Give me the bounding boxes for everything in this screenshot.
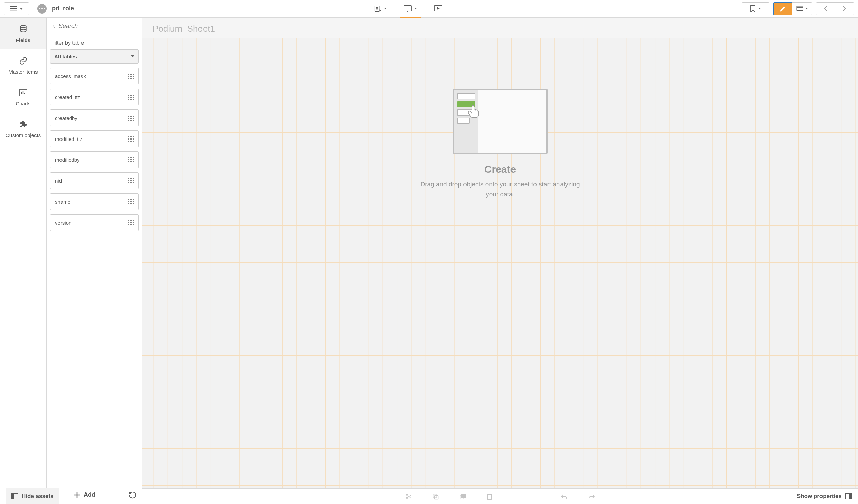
sheet-nav-dropdown[interactable] (792, 2, 812, 15)
drag-handle-icon (128, 115, 133, 120)
field-item[interactable]: sname (50, 193, 139, 210)
sheet-view-button[interactable] (404, 5, 417, 12)
table-filter-dropdown[interactable]: All tables (50, 49, 139, 64)
svg-rect-3 (797, 6, 803, 11)
copy-button[interactable] (432, 493, 439, 500)
database-icon (19, 24, 28, 34)
field-label: created_ttz (55, 94, 80, 100)
table-filter-value: All tables (54, 54, 77, 60)
svg-rect-16 (12, 493, 14, 499)
search-icon (51, 23, 55, 30)
copy-icon (432, 493, 439, 500)
rail-label: Custom objects (6, 132, 41, 138)
field-item[interactable]: modified_ttz (50, 130, 139, 147)
field-item[interactable]: createdby (50, 110, 139, 126)
rail-custom-objects[interactable]: Custom objects (0, 113, 46, 145)
svg-point-4 (20, 25, 26, 28)
edit-toolbar (142, 488, 858, 504)
bookmarks-button[interactable] (742, 2, 769, 15)
empty-sheet-placeholder: Create Drag and drop objects onto your s… (416, 88, 585, 199)
show-properties-label: Show properties (797, 493, 842, 500)
canvas-grid[interactable]: Create Drag and drop objects onto your s… (142, 38, 858, 488)
svg-rect-12 (434, 495, 438, 499)
link-icon (19, 56, 28, 66)
cut-button[interactable] (405, 493, 412, 500)
drag-handle-icon (128, 74, 133, 79)
rail-label: Master items (9, 69, 38, 75)
rail-label: Charts (16, 101, 30, 107)
refresh-fields-button[interactable] (123, 485, 142, 504)
app-logo-icon (37, 4, 47, 14)
svg-point-8 (52, 25, 54, 27)
field-label: createdby (55, 115, 77, 121)
svg-point-10 (406, 497, 408, 499)
top-toolbar: pd_role (0, 0, 858, 18)
field-item[interactable]: nid (50, 172, 139, 189)
global-menu-button[interactable] (4, 2, 29, 15)
field-label: modifiedby (55, 157, 80, 163)
drag-handle-icon (128, 178, 133, 183)
svg-rect-11 (433, 494, 437, 498)
drag-handle-icon (128, 220, 133, 225)
field-item[interactable]: created_ttz (50, 88, 139, 105)
add-label: Add (83, 491, 95, 498)
field-label: access_mask (55, 73, 86, 79)
field-list: access_maskcreated_ttzcreatedbymodified_… (47, 68, 142, 485)
field-label: nid (55, 178, 62, 184)
assets-search-input[interactable] (59, 23, 137, 30)
filter-by-table-label: Filter by table (47, 35, 142, 49)
next-sheet-button[interactable] (835, 2, 854, 15)
hide-assets-button[interactable]: Hide assets (6, 488, 59, 504)
bar-chart-icon (19, 88, 27, 97)
panel-right-icon (845, 493, 852, 499)
hand-pointer-icon (467, 105, 480, 118)
panel-left-icon (12, 493, 18, 499)
prev-sheet-button[interactable] (816, 2, 835, 15)
placeholder-title: Create (416, 163, 585, 175)
svg-rect-18 (849, 493, 852, 499)
rail-master-items[interactable]: Master items (0, 49, 46, 81)
paste-button[interactable] (459, 493, 466, 500)
rail-label: Fields (16, 37, 30, 43)
left-rail: Fields Master items Charts Custom object… (0, 18, 47, 504)
field-item[interactable]: access_mask (50, 68, 139, 84)
undo-icon (560, 493, 568, 500)
scissors-icon (405, 493, 412, 500)
canvas-area: Podium_Sheet1 Creat (142, 18, 858, 504)
sheet-title[interactable]: Podium_Sheet1 (142, 18, 858, 38)
svg-point-9 (406, 494, 408, 496)
paste-icon (459, 493, 466, 500)
edit-mode-button[interactable] (774, 2, 792, 15)
field-label: modified_ttz (55, 136, 82, 142)
field-item[interactable]: version (50, 214, 139, 231)
drag-handle-icon (128, 136, 133, 142)
field-label: sname (55, 199, 70, 205)
svg-rect-14 (461, 494, 465, 498)
field-label: version (55, 220, 72, 226)
story-view-button[interactable] (434, 5, 442, 12)
field-item[interactable]: modifiedby (50, 151, 139, 168)
rail-charts[interactable]: Charts (0, 81, 46, 113)
drag-handle-icon (128, 158, 133, 162)
undo-button[interactable] (560, 493, 568, 500)
show-properties-button[interactable]: Show properties (797, 493, 852, 500)
redo-button[interactable] (588, 493, 595, 500)
redo-icon (588, 493, 595, 500)
refresh-icon (128, 491, 137, 499)
puzzle-icon (19, 119, 27, 129)
plus-icon (74, 492, 80, 498)
hide-assets-label: Hide assets (22, 493, 54, 500)
placeholder-subtitle: Drag and drop objects onto your sheet to… (416, 180, 585, 199)
app-title: pd_role (52, 5, 74, 12)
placeholder-illustration (453, 88, 548, 154)
rail-fields[interactable]: Fields (0, 18, 46, 49)
data-manager-button[interactable] (374, 5, 387, 13)
trash-icon (487, 493, 493, 500)
drag-handle-icon (128, 199, 133, 205)
assets-panel: Filter by table All tables access_maskcr… (47, 18, 142, 504)
drag-handle-icon (128, 95, 133, 100)
svg-rect-1 (404, 6, 411, 11)
delete-button[interactable] (487, 493, 493, 500)
